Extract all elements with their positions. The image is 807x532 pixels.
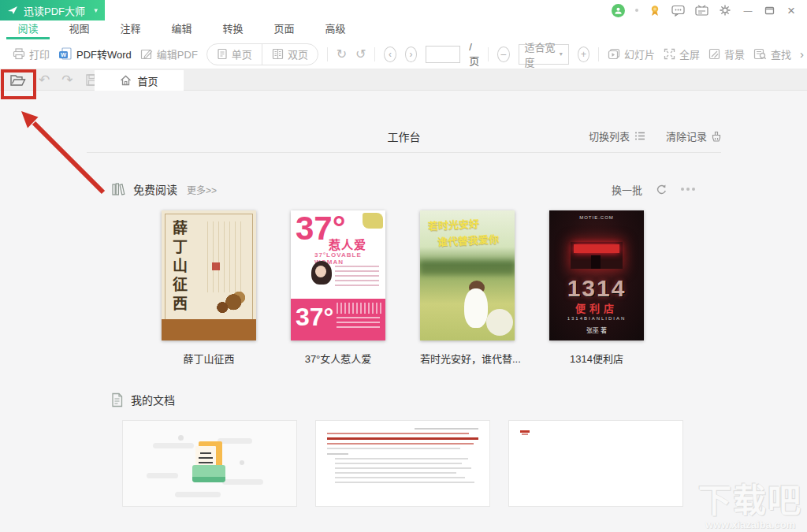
workbench-title: 工作台 [388, 128, 421, 144]
app-title: 迅读PDF大师 [24, 3, 85, 18]
page-number-input[interactable] [426, 46, 460, 63]
book-cover-37-woman[interactable]: 37° 惹人爱 37°LOVABLE WOMAN 37° [291, 210, 385, 340]
free-reading-title: 免费阅读 [133, 181, 177, 197]
book-card[interactable]: 37° 惹人爱 37°LOVABLE WOMAN 37° 37°女人惹人爱 [291, 210, 385, 366]
book-card[interactable]: 薛丁山征西 薛丁山征西 [162, 210, 256, 366]
edit-pdf-button[interactable]: 编辑PDF [140, 47, 198, 61]
single-page-label: 单页 [232, 47, 252, 61]
menu-tab-edit[interactable]: 编辑 [156, 20, 207, 39]
toolbar-separator [488, 47, 489, 61]
feedback-icon[interactable] [695, 5, 708, 17]
double-page-button[interactable]: 双页 [262, 47, 318, 61]
document-thumbnail-empty[interactable] [122, 420, 297, 507]
free-reading-more-link[interactable]: 更多>> [187, 183, 217, 196]
home-icon [120, 75, 132, 86]
book-card[interactable]: 若时光安好 谁代替我爱你 若时光安好，谁代替... [420, 210, 515, 366]
single-page-icon [217, 48, 228, 60]
menu-tab-advanced[interactable]: 高级 [310, 20, 361, 39]
toolbar-overflow-button[interactable]: › [800, 47, 804, 61]
free-reading-controls: 换一批 [612, 182, 695, 197]
background-icon [708, 48, 720, 60]
find-button[interactable]: 查找 [753, 47, 791, 61]
pdf-to-word-label: PDF转Word [76, 47, 132, 61]
background-label: 背景 [724, 47, 745, 61]
next-page-button[interactable]: › [405, 47, 418, 62]
chevron-down-icon[interactable]: ▾ [94, 6, 98, 14]
book1-cover-title: 薛丁山征西 [168, 220, 189, 314]
redo-icon[interactable]: ↷ [61, 73, 73, 87]
free-reading-books: 薛丁山征西 薛丁山征西 37° 惹人爱 37°LOVABLE WOMAN 37° [162, 210, 644, 366]
home-tab[interactable]: 首页 [95, 70, 184, 91]
background-button[interactable]: 背景 [708, 47, 745, 61]
zoom-out-button[interactable]: – [497, 47, 510, 62]
printer-icon [13, 48, 25, 60]
clear-records-button[interactable]: 清除记录 [666, 128, 721, 143]
close-button[interactable]: × [785, 4, 798, 17]
page-layout-group: 单页 双页 [206, 43, 318, 65]
slideshow-button[interactable]: 幻灯片 [608, 47, 655, 61]
print-button[interactable]: 打印 [13, 47, 50, 61]
clear-brush-icon [712, 131, 721, 142]
neon-store-illustration [571, 242, 623, 269]
user-avatar-icon[interactable] [612, 4, 625, 17]
fullscreen-button[interactable]: 全屏 [664, 47, 700, 61]
edit-pen-icon [140, 48, 153, 60]
menu-tab-page[interactable]: 页面 [258, 20, 310, 39]
book3-line2: 谁代替我爱你 [437, 231, 500, 249]
single-page-button[interactable]: 单页 [207, 47, 262, 61]
folder-illustration [192, 465, 225, 482]
book-caption: 1314便利店 [549, 351, 644, 366]
zoom-in-button[interactable]: + [578, 47, 590, 62]
vip-medal-icon[interactable] [649, 4, 661, 17]
book2-title: 惹人爱 [329, 236, 366, 252]
menu-tab-annotate[interactable]: 注释 [105, 20, 156, 39]
switch-list-button[interactable]: 切换列表 [589, 128, 645, 143]
menu-tab-read[interactable]: 阅读 [2, 20, 54, 39]
edit-pdf-label: 编辑PDF [157, 47, 198, 61]
annotation-highlight-box [1, 69, 36, 99]
word-doc-icon: W [58, 47, 73, 61]
document-thumbnail-text[interactable] [315, 420, 490, 507]
find-label: 查找 [771, 47, 791, 61]
settings-gear-icon[interactable] [719, 4, 731, 17]
gold-badge [363, 213, 383, 229]
book4-subtitle: 1314BIANLIDIAN [549, 316, 644, 321]
book-card[interactable]: MOTIE.COM 1314 便利店 1314BIANLIDIAN 张巫 著 1… [549, 210, 644, 366]
pdf-to-word-button[interactable]: W PDF转Word [58, 47, 132, 61]
title-bar: 迅读PDF大师 ▾ — × [0, 0, 807, 20]
book-cover-shiguang[interactable]: 若时光安好 谁代替我爱你 [420, 210, 515, 340]
home-tab-label: 首页 [137, 73, 158, 88]
change-batch-button[interactable]: 换一批 [612, 182, 642, 197]
zoom-mode-select[interactable]: 适合宽度 ▾ [519, 44, 569, 65]
menu-tab-view[interactable]: 视图 [54, 20, 105, 39]
message-icon[interactable] [671, 5, 685, 17]
document-thumbnail-blank[interactable] [508, 420, 683, 507]
fullscreen-label: 全屏 [679, 47, 700, 61]
umbrella-illustration [486, 309, 513, 336]
svg-text:W: W [61, 51, 67, 58]
app-brand[interactable]: 迅读PDF大师 ▾ [0, 0, 105, 20]
watermark-url: www.xiazaiba.com [698, 519, 802, 530]
book-cover-xuedingshan[interactable]: 薛丁山征西 [162, 210, 256, 340]
my-documents-title: 我的文档 [131, 392, 175, 407]
rotate-clockwise-icon[interactable]: ↻ [337, 48, 347, 61]
watermark: 下载吧 www.xiazaiba.com [698, 484, 802, 530]
double-page-label: 双页 [288, 47, 308, 61]
menu-tab-convert[interactable]: 转换 [207, 20, 258, 39]
book4-title: 便利店 [549, 300, 644, 315]
more-options-icon[interactable] [681, 188, 695, 191]
refresh-icon[interactable] [656, 184, 668, 195]
watermark-title: 下载吧 [698, 484, 802, 519]
app-logo-icon [7, 5, 18, 16]
minimize-button[interactable]: — [742, 6, 754, 15]
titlebar-icons: — × [612, 4, 807, 17]
undo-icon[interactable]: ↶ [39, 73, 50, 87]
rotate-counterclockwise-icon[interactable]: ↺ [355, 48, 366, 61]
chevron-down-icon: ▾ [560, 50, 563, 58]
workbench-actions: 切换列表 清除记录 [589, 128, 721, 143]
prev-page-button[interactable]: ‹ [384, 47, 396, 62]
toolbar-separator [374, 47, 375, 61]
maximize-button[interactable] [764, 6, 775, 15]
toolbar: 打印 W PDF转Word 编辑PDF 单页 双页 ↻ ↺ ‹ › /页 [0, 39, 807, 69]
book-cover-1314[interactable]: MOTIE.COM 1314 便利店 1314BIANLIDIAN 张巫 著 [549, 210, 644, 340]
